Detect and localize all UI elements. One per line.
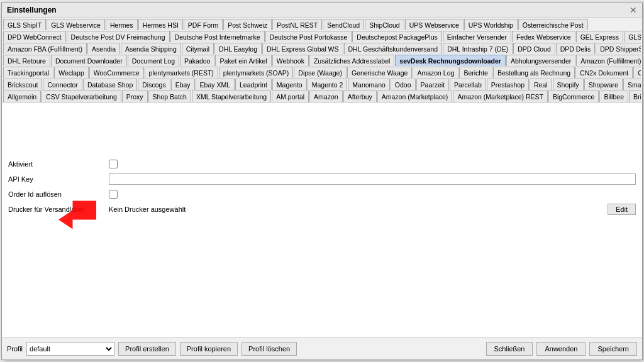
- tab-5-15[interactable]: Shopify: [553, 79, 584, 90]
- edit-button[interactable]: Edit: [608, 204, 636, 215]
- tab-2-1[interactable]: Asendia: [87, 43, 120, 54]
- tab-4-3[interactable]: plentymarkets (REST): [145, 67, 218, 78]
- anwenden-button[interactable]: Anwenden: [536, 342, 586, 356]
- tab-4-8[interactable]: Berichte: [459, 67, 492, 78]
- tab-5-4[interactable]: Ebay: [171, 79, 195, 90]
- tab-6-6[interactable]: Amazon: [309, 90, 343, 102]
- tab-6-5[interactable]: AM.portal: [272, 90, 309, 102]
- tab-3-1[interactable]: Document Downloader: [51, 55, 127, 66]
- tab-5-13[interactable]: Prestashop: [487, 79, 529, 90]
- tab-2-2[interactable]: Asendia Shipping: [121, 43, 181, 54]
- tab-5-6[interactable]: Leadprint: [235, 79, 272, 90]
- tab-4-10[interactable]: CN2x Dokument: [575, 67, 633, 78]
- tab-1-0[interactable]: DPD WebConnect: [3, 31, 66, 42]
- tab-0-3[interactable]: Hermes HSI: [138, 19, 183, 30]
- tab-4-0[interactable]: Trackingportal: [3, 67, 53, 78]
- tab-4-7[interactable]: Amazon Log: [413, 67, 458, 78]
- profil-loeschen-button[interactable]: Profil löschen: [242, 342, 297, 356]
- tab-5-17[interactable]: SmartStore.NET: [623, 79, 641, 90]
- profil-erstellen-button[interactable]: Profil erstellen: [118, 342, 176, 356]
- tab-2-10[interactable]: DPD ShipperService (CH): [596, 43, 641, 54]
- tab-4-2[interactable]: WooCommerce: [89, 67, 144, 78]
- tab-3-0[interactable]: DHL Retoure: [3, 55, 50, 66]
- tab-6-12[interactable]: Bricklink: [629, 90, 641, 102]
- tab-0-5[interactable]: Post Schweiz: [223, 19, 272, 30]
- tab-0-10[interactable]: UPS Worldship: [464, 19, 518, 30]
- tab-3-5[interactable]: Webhook: [272, 55, 309, 66]
- tab-3-2[interactable]: Document Log: [128, 55, 179, 66]
- tab-2-8[interactable]: DPD Cloud: [513, 43, 555, 54]
- tab-4-5[interactable]: Dipse (Waage): [294, 67, 347, 78]
- tab-5-2[interactable]: Database Shop: [83, 79, 137, 90]
- tab-2-3[interactable]: Citymail: [182, 43, 214, 54]
- tab-1-4[interactable]: Deutschepost PackagePlus: [352, 31, 441, 42]
- tab-5-14[interactable]: Real: [530, 79, 552, 90]
- tab-6-4[interactable]: XML Stapelverarbeitung: [192, 90, 271, 102]
- tab-5-8[interactable]: Magento 2: [308, 79, 348, 90]
- tab-0-2[interactable]: Hermes: [106, 19, 138, 30]
- tab-6-11[interactable]: Billbee: [599, 90, 628, 102]
- tab-2-9[interactable]: DPD Delis: [556, 43, 595, 54]
- tab-4-4[interactable]: plentymarkets (SOAP): [219, 67, 293, 78]
- tab-6-9[interactable]: Amazon (Marketplace) REST: [453, 90, 548, 102]
- tab-6-1[interactable]: CSV Stapelverarbeitung: [42, 90, 121, 102]
- tab-4-11[interactable]: CSV Log: [633, 67, 641, 78]
- tab-0-7[interactable]: SendCloud: [323, 19, 364, 30]
- tab-5-12[interactable]: Parcellab: [450, 79, 486, 90]
- tab-3-3[interactable]: Pakadoo: [180, 55, 214, 66]
- tab-1-3[interactable]: Deutsche Post Portokasse: [265, 31, 352, 42]
- tabs-row-6: AllgemeinCSV StapelverarbeitungProxyShop…: [3, 90, 641, 102]
- tab-5-1[interactable]: Connector: [43, 79, 82, 90]
- tab-2-4[interactable]: DHL Easylog: [214, 43, 262, 54]
- tab-3-4[interactable]: Paket ein Artikel: [215, 55, 271, 66]
- aktiviert-checkbox[interactable]: [109, 160, 118, 168]
- tab-5-10[interactable]: Odoo: [391, 79, 416, 90]
- tab-2-6[interactable]: DHL Geschäftskundenversand: [344, 43, 443, 54]
- tab-5-7[interactable]: Magento: [272, 79, 307, 90]
- tab-0-1[interactable]: GLS Webservice: [47, 19, 105, 30]
- profil-kopieren-button[interactable]: Profil kopieren: [180, 342, 238, 356]
- tab-2-7[interactable]: DHL Intraship 7 (DE): [443, 43, 513, 54]
- main-window: Einstellungen ✕ GLS ShipITGLS Webservice…: [1, 2, 643, 360]
- tab-6-0[interactable]: Allgemein: [3, 90, 41, 102]
- schliessen-button[interactable]: Schließen: [486, 342, 533, 356]
- order-id-checkbox[interactable]: [109, 190, 118, 199]
- tab-4-6[interactable]: Generische Waage: [347, 67, 413, 78]
- tab-4-1[interactable]: Weclapp: [54, 67, 89, 78]
- tab-1-5[interactable]: Einfacher Versender: [443, 31, 511, 42]
- speichern-button[interactable]: Speichern: [589, 342, 637, 356]
- tab-0-0[interactable]: GLS ShipIT: [3, 19, 46, 30]
- tab-0-4[interactable]: PDF Form: [184, 19, 223, 30]
- tab-6-3[interactable]: Shop Batch: [148, 90, 191, 102]
- tab-5-11[interactable]: Paarzeit: [416, 79, 450, 90]
- tab-3-9[interactable]: Amazon (Fulfillment): [576, 55, 641, 66]
- drucker-value: Kein Drucker ausgewählt: [109, 206, 608, 213]
- tab-2-0[interactable]: Amazon FBA (Fulfillment): [3, 43, 87, 54]
- tab-3-7[interactable]: sevDesk Rechnungsdownloader: [395, 55, 506, 66]
- tab-5-9[interactable]: Manomano: [348, 79, 390, 90]
- tab-1-7[interactable]: GEL Express: [576, 31, 623, 42]
- tab-6-7[interactable]: Afterbuy: [343, 90, 377, 102]
- tab-5-16[interactable]: Shopware: [584, 79, 623, 90]
- tab-0-8[interactable]: ShipCloud: [365, 19, 404, 30]
- tab-6-2[interactable]: Proxy: [122, 90, 148, 102]
- tab-3-8[interactable]: Abholungsversender: [506, 55, 575, 66]
- close-button[interactable]: ✕: [630, 5, 637, 15]
- tab-1-2[interactable]: Deutsche Post Internetmarke: [170, 31, 265, 42]
- tab-4-9[interactable]: Bestellung als Rechnung: [493, 67, 575, 78]
- api-key-input[interactable]: [109, 173, 636, 185]
- tab-5-3[interactable]: Discogs: [138, 79, 170, 90]
- tab-0-9[interactable]: UPS Webservice: [405, 19, 464, 30]
- tab-6-10[interactable]: BigCommerce: [548, 90, 599, 102]
- tab-6-8[interactable]: Amazon (Marketplace): [377, 90, 453, 102]
- tab-1-6[interactable]: Fedex Webservice: [512, 31, 575, 42]
- tab-1-8[interactable]: GLS Gepard: [624, 31, 641, 42]
- tab-0-6[interactable]: PostNL REST: [272, 19, 322, 30]
- tab-3-6[interactable]: Zusätzliches Addresslabel: [309, 55, 394, 66]
- tab-2-5[interactable]: DHL Express Global WS: [262, 43, 343, 54]
- tab-5-5[interactable]: Ebay XML: [196, 79, 235, 90]
- tab-5-0[interactable]: Brickscout: [3, 79, 42, 90]
- profil-select[interactable]: default: [26, 342, 114, 356]
- tab-0-11[interactable]: Österreichische Post: [518, 19, 588, 30]
- tab-1-1[interactable]: Deutsche Post DV Freimachung: [67, 31, 170, 42]
